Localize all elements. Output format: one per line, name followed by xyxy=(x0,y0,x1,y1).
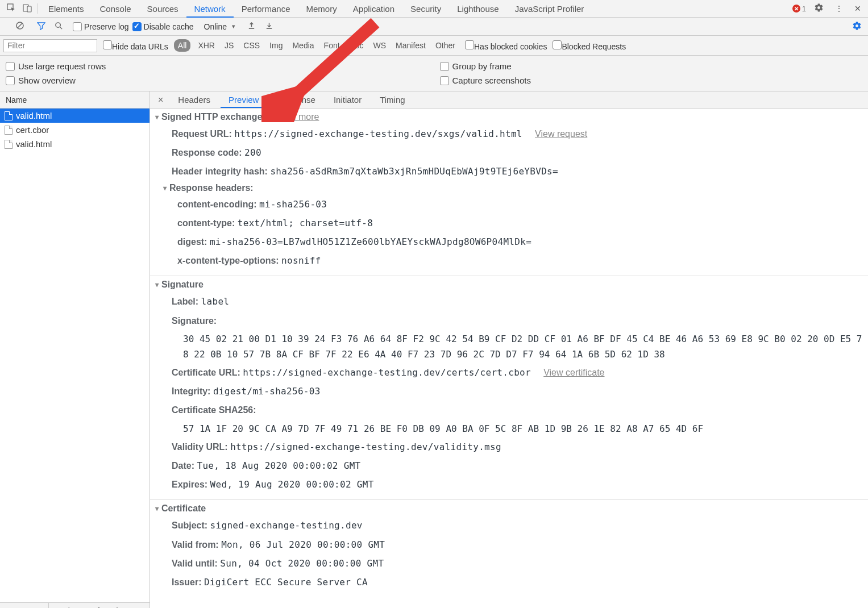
content-encoding-value: mi-sha256-03 xyxy=(259,199,327,210)
inspect-icon[interactable] xyxy=(3,1,19,16)
show-overview-label: Show overview xyxy=(18,76,76,85)
dtab-response[interactable]: Response xyxy=(269,91,323,108)
search-icon[interactable] xyxy=(52,20,66,34)
type-css[interactable]: CSS xyxy=(239,39,264,52)
detail-body: Signed HTTP exchange Learn more Request … xyxy=(150,109,868,608)
request-row[interactable]: valid.html xyxy=(0,137,149,151)
svg-line-4 xyxy=(18,23,22,28)
large-rows-checkbox[interactable]: Use large request rows xyxy=(6,59,429,73)
device-toggle-icon[interactable] xyxy=(19,1,35,16)
error-count-badge[interactable]: ✕1 xyxy=(792,5,806,13)
capture-screenshots-checkbox[interactable]: Capture screenshots xyxy=(440,73,863,88)
cert-url-label: Certificate URL: xyxy=(172,368,240,377)
network-toolbar: Preserve log Disable cache Online xyxy=(0,18,868,36)
validity-url-label: Validity URL: xyxy=(172,442,228,452)
filter-bar: Hide data URLs All XHR JS CSS Img Media … xyxy=(0,36,868,56)
cert-validfrom-label: Valid from: xyxy=(172,540,219,549)
type-all[interactable]: All xyxy=(174,39,191,52)
group-by-frame-checkbox[interactable]: Group by frame xyxy=(440,59,863,73)
tab-jsprofiler[interactable]: JavaScript Profiler xyxy=(507,0,592,18)
content-type-label: content-type: xyxy=(177,218,235,228)
sig-expires-value: Wed, 19 Aug 2020 00:00:02 GMT xyxy=(210,479,374,490)
hide-data-urls-checkbox[interactable]: Hide data URLs xyxy=(103,40,168,51)
learn-more-link[interactable]: Learn more xyxy=(273,112,319,122)
signature-section: Signature Label: label Signature: 30 45 … xyxy=(150,276,868,500)
kebab-menu-icon[interactable]: ⋮ xyxy=(832,2,846,15)
dtab-initiator[interactable]: Initiator xyxy=(326,91,369,108)
response-code-value: 200 xyxy=(244,147,261,158)
blocked-requests-checkbox[interactable]: Blocked Requests xyxy=(553,40,626,51)
type-manifest[interactable]: Manifest xyxy=(392,39,430,52)
show-overview-checkbox[interactable]: Show overview xyxy=(6,73,429,88)
digest-label: digest: xyxy=(177,237,207,247)
type-img[interactable]: Img xyxy=(265,39,286,52)
tab-console[interactable]: Console xyxy=(92,0,139,18)
cert-validfrom-value: Mon, 06 Jul 2020 00:00:00 GMT xyxy=(221,539,385,550)
tab-network[interactable]: Network xyxy=(186,0,234,18)
sig-hex-label: Signature: xyxy=(172,316,217,326)
tab-security[interactable]: Security xyxy=(402,0,449,18)
separator xyxy=(38,3,38,14)
close-detail-icon[interactable]: × xyxy=(153,95,168,105)
download-har-icon[interactable] xyxy=(262,20,276,34)
group-frame-label: Group by frame xyxy=(452,61,512,71)
preserve-log-label: Preserve log xyxy=(84,22,129,31)
xcto-value: nosniff xyxy=(281,255,321,266)
type-ws[interactable]: WS xyxy=(369,39,391,52)
upload-har-icon[interactable] xyxy=(244,20,259,34)
tab-sources[interactable]: Sources xyxy=(139,0,186,18)
type-font[interactable]: Font xyxy=(320,39,344,52)
request-list-header[interactable]: Name xyxy=(0,91,149,109)
has-blocked-cookies-checkbox[interactable]: Has blocked cookies xyxy=(465,40,547,51)
record-icon[interactable] xyxy=(3,25,9,28)
request-row[interactable]: valid.html xyxy=(0,109,149,123)
throttling-select[interactable]: Online xyxy=(201,21,238,32)
type-media[interactable]: Media xyxy=(288,39,318,52)
cert-issuer-label: Issuer: xyxy=(172,577,201,587)
cert-sha-value: 57 1A 1F 20 9C CA A9 7D 7F 49 71 26 BE F… xyxy=(156,420,862,438)
dtab-headers[interactable]: Headers xyxy=(170,91,218,108)
type-other[interactable]: Other xyxy=(431,39,459,52)
response-headers-title[interactable]: Response headers: xyxy=(156,181,862,195)
sxg-section-title[interactable]: Signed HTTP exchange xyxy=(156,112,263,122)
large-rows-label: Use large request rows xyxy=(18,61,106,71)
response-code-label: Response code: xyxy=(172,148,242,157)
tab-application[interactable]: Application xyxy=(345,0,402,18)
disable-cache-checkbox[interactable]: Disable cache xyxy=(132,22,194,31)
tab-elements[interactable]: Elements xyxy=(40,0,92,18)
svg-rect-2 xyxy=(27,6,31,12)
sig-label-label: Label: xyxy=(172,297,198,306)
capture-label: Capture screenshots xyxy=(452,76,531,85)
request-row[interactable]: cert.cbor xyxy=(0,123,149,137)
type-js[interactable]: JS xyxy=(221,39,238,52)
type-doc[interactable]: Doc xyxy=(346,39,368,52)
svg-point-5 xyxy=(56,22,60,27)
request-list: Name valid.html cert.cbor valid.html 3 r… xyxy=(0,91,150,608)
request-detail: × Headers Preview Response Initiator Tim… xyxy=(150,91,868,608)
clear-icon[interactable] xyxy=(13,19,27,34)
sig-expires-label: Expires: xyxy=(172,480,207,489)
status-bar: 3 requests 3.9 kB transferred xyxy=(0,602,149,608)
tab-performance[interactable]: Performance xyxy=(234,0,298,18)
dtab-timing[interactable]: Timing xyxy=(372,91,413,108)
tab-lighthouse[interactable]: Lighthouse xyxy=(449,0,506,18)
dtab-preview[interactable]: Preview xyxy=(221,91,267,108)
view-request-link[interactable]: View request xyxy=(535,129,587,139)
view-certificate-link[interactable]: View certificate xyxy=(543,368,604,377)
signature-title[interactable]: Signature xyxy=(156,280,203,290)
preserve-log-checkbox[interactable]: Preserve log xyxy=(73,22,129,31)
type-xhr[interactable]: XHR xyxy=(194,39,219,52)
network-settings-gear-icon[interactable] xyxy=(849,19,865,34)
file-icon xyxy=(5,111,13,120)
filter-input[interactable] xyxy=(3,39,97,52)
blocked-requests-label: Blocked Requests xyxy=(562,42,626,51)
settings-gear-icon[interactable] xyxy=(811,1,827,16)
close-devtools-icon[interactable]: ✕ xyxy=(851,2,865,15)
cert-validuntil-value: Sun, 04 Oct 2020 00:00:00 GMT xyxy=(220,558,384,569)
error-icon: ✕ xyxy=(792,5,800,13)
tab-memory[interactable]: Memory xyxy=(298,0,345,18)
certificate-title[interactable]: Certificate xyxy=(156,503,206,514)
resource-type-filter: All XHR JS CSS Img Media Font Doc WS Man… xyxy=(174,39,459,52)
request-url-value: https://signed-exchange-testing.dev/sxgs… xyxy=(234,128,522,139)
filter-funnel-icon[interactable] xyxy=(34,20,48,34)
